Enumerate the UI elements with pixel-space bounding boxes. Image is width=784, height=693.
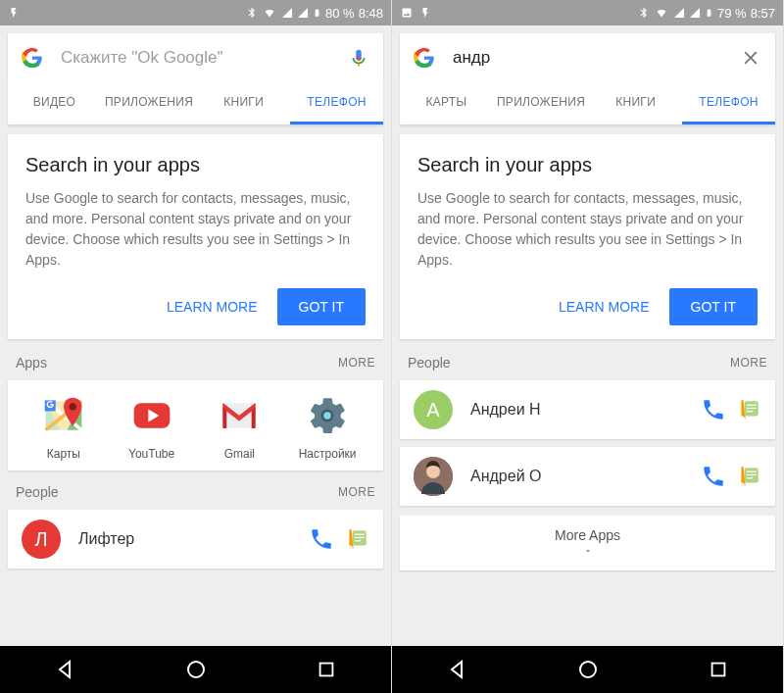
tab-apps[interactable]: ПРИЛОЖЕНИЯ (493, 82, 589, 124)
close-icon[interactable] (740, 47, 761, 69)
svg-rect-14 (747, 405, 757, 406)
svg-rect-16 (747, 411, 754, 412)
svg-rect-20 (747, 471, 757, 472)
tabs: ВИДЕО ПРИЛОЖЕНИЯ КНИГИ ТЕЛЕФОН (8, 82, 383, 124)
apps-header: Apps MORE (0, 349, 391, 376)
home-button[interactable] (184, 658, 208, 681)
phone-left: 80 % 8:48 ВИДЕО ПРИЛОЖЕНИЯ КНИГИ ТЕЛЕФОН… (0, 0, 392, 693)
back-button[interactable] (446, 658, 469, 681)
app-maps[interactable]: Карты (24, 394, 103, 461)
phone-icon[interactable] (701, 397, 726, 422)
message-icon[interactable] (736, 464, 761, 489)
nav-bar (392, 646, 783, 693)
people-header: People MORE (0, 478, 391, 506)
card-body: Use Google to search for contacts, messa… (417, 188, 758, 271)
svg-point-11 (188, 662, 204, 677)
back-button[interactable] (54, 658, 77, 681)
app-gmail[interactable]: Gmail (200, 394, 278, 461)
people-header: People MORE (392, 349, 783, 376)
person-row[interactable]: Л Лифтер (8, 510, 383, 569)
person-row[interactable]: Андрей О (400, 447, 775, 506)
svg-rect-21 (747, 474, 757, 475)
battery-percent: 79 % (717, 6, 747, 21)
tab-books[interactable]: КНИГИ (589, 82, 682, 124)
message-icon[interactable] (736, 397, 761, 422)
chevron-down-icon (579, 546, 597, 556)
wifi-icon (654, 7, 669, 19)
search-input[interactable] (453, 48, 740, 68)
svg-rect-15 (747, 408, 757, 409)
google-logo-icon (22, 47, 43, 69)
got-it-button[interactable]: GOT IT (669, 288, 758, 325)
svg-rect-24 (712, 664, 725, 676)
apps-more-button[interactable]: MORE (338, 356, 375, 370)
more-apps-button[interactable]: More Apps (400, 516, 775, 570)
message-icon[interactable] (344, 526, 369, 552)
svg-point-6 (323, 412, 330, 419)
image-icon (400, 7, 414, 19)
search-bar[interactable] (400, 33, 775, 82)
tab-video[interactable]: ВИДЕО (8, 82, 101, 124)
tab-apps[interactable]: ПРИЛОЖЕНИЯ (101, 82, 197, 124)
more-apps-label: More Apps (412, 527, 763, 543)
signal-icon (281, 7, 293, 19)
signal-icon (297, 7, 309, 19)
maps-icon (42, 394, 85, 437)
status-bar: 80 % 8:48 (0, 0, 391, 25)
app-label: Карты (47, 447, 80, 461)
battery-icon (705, 6, 713, 20)
battery-icon (313, 6, 321, 20)
google-logo-icon (414, 47, 435, 69)
phone-right: 79 % 8:57 КАРТЫ ПРИЛОЖЕНИЯ КНИГИ ТЕЛЕФОН… (392, 0, 784, 693)
svg-rect-22 (747, 477, 754, 478)
tabs: КАРТЫ ПРИЛОЖЕНИЯ КНИГИ ТЕЛЕФОН (400, 82, 775, 124)
person-name: Андрей О (470, 468, 701, 485)
recent-button[interactable] (316, 659, 337, 680)
recent-button[interactable] (708, 659, 729, 680)
card-title: Search in your apps (25, 154, 366, 176)
app-youtube[interactable]: YouTube (113, 394, 191, 461)
apps-row: Карты YouTube Gmail Настройки (8, 380, 383, 470)
clock-time: 8:48 (359, 6, 383, 21)
people-more-button[interactable]: MORE (730, 356, 767, 370)
learn-more-button[interactable]: LEARN MORE (159, 289, 266, 324)
search-bar[interactable] (8, 33, 383, 82)
search-input[interactable] (61, 48, 348, 68)
bluetooth-icon (638, 6, 650, 20)
avatar: Л (22, 520, 61, 559)
app-label: Gmail (224, 447, 255, 461)
svg-point-1 (69, 403, 75, 410)
gmail-icon (218, 394, 261, 437)
mic-icon[interactable] (348, 47, 369, 69)
learn-more-button[interactable]: LEARN MORE (551, 289, 658, 324)
settings-icon (306, 394, 349, 437)
avatar (414, 457, 453, 496)
app-settings[interactable]: Настройки (288, 394, 367, 461)
people-more-button[interactable]: MORE (338, 485, 375, 499)
people-header-label: People (16, 484, 59, 500)
tab-phone[interactable]: ТЕЛЕФОН (682, 82, 775, 124)
youtube-icon (130, 394, 173, 437)
svg-rect-8 (355, 534, 365, 535)
people-header-label: People (408, 355, 451, 371)
home-button[interactable] (576, 658, 600, 681)
app-label: YouTube (128, 447, 174, 461)
tab-phone[interactable]: ТЕЛЕФОН (290, 82, 383, 124)
signal-icon (673, 7, 685, 19)
wifi-icon (262, 7, 277, 19)
apps-header-label: Apps (16, 355, 47, 371)
person-name: Андреи Н (470, 401, 701, 419)
phone-icon[interactable] (701, 464, 726, 489)
flash-icon (8, 7, 20, 19)
tab-maps[interactable]: КАРТЫ (400, 82, 493, 124)
svg-rect-12 (320, 664, 333, 676)
nav-bar (0, 646, 391, 693)
signal-icon (689, 7, 701, 19)
got-it-button[interactable]: GOT IT (277, 288, 366, 325)
bluetooth-icon (246, 6, 258, 20)
person-row[interactable]: А Андреи Н (400, 380, 775, 439)
battery-percent: 80 % (325, 6, 355, 21)
flash-icon (419, 7, 431, 19)
tab-books[interactable]: КНИГИ (197, 82, 290, 124)
phone-icon[interactable] (309, 526, 334, 552)
